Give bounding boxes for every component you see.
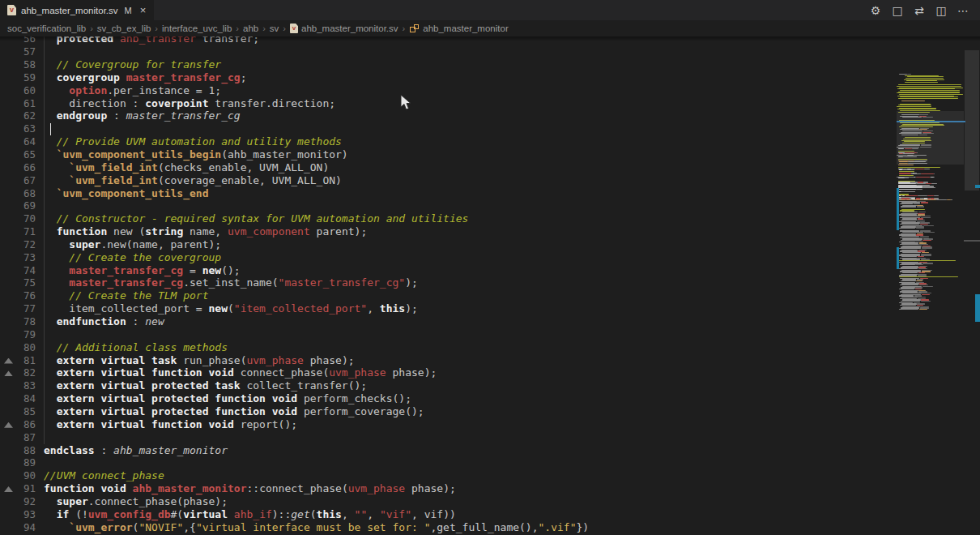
code-line-59[interactable]: covergroup master_transfer_cg; [44, 71, 246, 84]
line-number[interactable]: 84 [0, 392, 36, 405]
code-line-80[interactable]: // Additional class methods [44, 341, 228, 354]
code-line-82[interactable]: extern virtual function void connect_pha… [44, 366, 437, 379]
breadcrumb: soc_verification_lib›sv_cb_ex_lib›interf… [0, 20, 980, 36]
code-line-75[interactable]: master_transfer_cg.set_inst_name("master… [44, 276, 418, 289]
overview-ruler-mark [975, 185, 980, 188]
code-line-84[interactable]: extern virtual protected function void p… [44, 392, 411, 405]
code-line-64[interactable]: // Provide UVM automation and utility me… [44, 135, 342, 148]
code-line-61[interactable]: direction : coverpoint transfer.directio… [44, 97, 335, 110]
line-number[interactable]: 62 [0, 109, 36, 122]
line-number[interactable]: 67 [0, 174, 36, 187]
text-caret [50, 123, 52, 135]
line-number[interactable]: 75 [0, 276, 36, 289]
breadcrumb-separator-icon: › [155, 24, 158, 33]
code-line-76[interactable]: // Create the TLM port [44, 289, 209, 302]
line-number[interactable]: 74 [0, 264, 36, 277]
line-number[interactable]: 93 [0, 508, 36, 521]
breadcrumb-item-soc_verification_lib[interactable]: soc_verification_lib [7, 24, 86, 33]
code-editor[interactable]: 5657585960616263646566676869707172737475… [0, 36, 980, 535]
line-number[interactable]: 83 [0, 379, 36, 392]
minimap[interactable] [897, 74, 964, 317]
line-number[interactable]: 92 [0, 495, 36, 508]
line-number[interactable]: 86 [0, 418, 36, 431]
minimap-viewport-slider[interactable] [897, 111, 964, 165]
code-line-72[interactable]: super.new(name, parent); [44, 238, 221, 251]
code-line-70[interactable]: // Constructor - required syntax for UVM… [44, 212, 468, 225]
line-number[interactable]: 89 [0, 456, 36, 469]
line-number[interactable]: 77 [0, 302, 36, 315]
breadcrumb-item-ahb_master_monitor[interactable]: ahb_master_monitor [409, 24, 508, 34]
code-line-66[interactable]: `uvm_field_int(checks_enable, UVM_ALL_ON… [44, 161, 329, 174]
tab-ahb-master-monitor[interactable]: v ahb_master_monitor.sv M × [0, 0, 154, 20]
line-number[interactable]: 63 [0, 122, 36, 135]
code-line-65[interactable]: `uvm_component_utils_begin(ahb_master_mo… [44, 148, 348, 161]
code-line-88[interactable]: endclass : ahb_master_monitor [44, 444, 228, 457]
breadcrumb-item-sv[interactable]: sv [270, 24, 279, 33]
line-number[interactable]: 59 [0, 71, 36, 84]
line-number[interactable]: 85 [0, 405, 36, 418]
code-line-56[interactable]: protected ahb_transfer transfer; [44, 36, 259, 45]
line-number[interactable]: 79 [0, 328, 36, 341]
line-number[interactable]: 73 [0, 251, 36, 264]
breadcrumb-item-ahb[interactable]: ahb [243, 24, 258, 33]
more-actions-icon[interactable]: ⋯ [956, 4, 970, 17]
code-line-58[interactable]: // Covergroup for transfer [44, 58, 221, 71]
open-changes-icon[interactable]: ⇄ [912, 4, 927, 17]
code-line-91[interactable]: function void ahb_master_monitor::connec… [44, 482, 456, 495]
code-line-62[interactable]: endgroup : master_transfer_cg [44, 109, 241, 122]
code-line-68[interactable]: `uvm_component_utils_end [44, 187, 209, 200]
line-number[interactable]: 87 [0, 431, 36, 444]
git-modified-badge: M [125, 6, 132, 15]
breadcrumb-separator-icon: › [403, 24, 406, 33]
close-icon[interactable]: × [140, 4, 147, 16]
split-editor-icon[interactable]: ◫ [934, 4, 948, 17]
breadcrumb-separator-icon: › [90, 24, 93, 33]
line-number[interactable]: 57 [0, 45, 36, 58]
line-number[interactable]: 65 [0, 148, 36, 161]
line-number[interactable]: 72 [0, 238, 36, 251]
line-number[interactable]: 58 [0, 58, 36, 71]
line-number[interactable]: 88 [0, 444, 36, 457]
code-line-86[interactable]: extern virtual function void report(); [44, 418, 297, 431]
minimap-cursor-line [897, 121, 965, 122]
breadcrumb-item-interface_uvc_lib[interactable]: interface_uvc_lib [162, 24, 232, 33]
code-line-67[interactable]: `uvm_field_int(coverage_enable, UVM_ALL_… [44, 174, 342, 187]
code-line-78[interactable]: endfunction : new [44, 315, 164, 328]
overview-ruler-mark [975, 294, 980, 322]
layout-icon[interactable]: □ [890, 4, 905, 17]
settings-gear-icon[interactable]: ⚙ [868, 4, 883, 17]
line-number[interactable]: 91 [0, 482, 36, 495]
code-line-90[interactable]: //UVM connect_phase [44, 469, 164, 482]
line-number[interactable]: 76 [0, 289, 36, 302]
code-line-74[interactable]: master_transfer_cg = new(); [44, 264, 241, 277]
code-line-73[interactable]: // Create the covergroup [44, 251, 221, 264]
code-line-93[interactable]: if (!uvm_config_db#(virtual ahb_if)::get… [44, 508, 456, 521]
code-line-83[interactable]: extern virtual protected task collect_tr… [44, 379, 367, 392]
line-number[interactable]: 94 [0, 521, 36, 534]
line-number[interactable]: 61 [0, 97, 36, 110]
scrollbar-slider[interactable] [965, 50, 979, 190]
code-line-92[interactable]: super.connect_phase(phase); [44, 495, 228, 508]
breadcrumb-item-sv_cb_ex_lib[interactable]: sv_cb_ex_lib [97, 24, 151, 33]
line-number[interactable]: 82 [0, 366, 36, 379]
line-number[interactable]: 56 [0, 36, 36, 45]
line-number[interactable]: 70 [0, 212, 36, 225]
line-number[interactable]: 71 [0, 225, 36, 238]
line-number[interactable]: 78 [0, 315, 36, 328]
code-line-94[interactable]: `uvm_error("NOVIF",{"virtual interface m… [44, 521, 589, 534]
class-symbol-icon [409, 24, 420, 34]
line-number[interactable]: 69 [0, 199, 36, 212]
code-line-60[interactable]: option.per_instance = 1; [44, 84, 221, 97]
code-line-77[interactable]: item_collected_port = new("item_collecte… [44, 302, 418, 315]
line-number[interactable]: 80 [0, 341, 36, 354]
code-line-81[interactable]: extern virtual task run_phase(uvm_phase … [44, 354, 355, 367]
line-number[interactable]: 90 [0, 469, 36, 482]
line-number[interactable]: 64 [0, 135, 36, 148]
line-number[interactable]: 68 [0, 187, 36, 200]
code-line-85[interactable]: extern virtual protected function void p… [44, 405, 424, 418]
code-line-71[interactable]: function new (string name, uvm_component… [44, 225, 367, 238]
line-number[interactable]: 60 [0, 84, 36, 97]
breadcrumb-item-ahb_master_monitor.sv[interactable]: vahb_master_monitor.sv [290, 24, 398, 33]
line-number[interactable]: 81 [0, 354, 36, 367]
line-number[interactable]: 66 [0, 161, 36, 174]
